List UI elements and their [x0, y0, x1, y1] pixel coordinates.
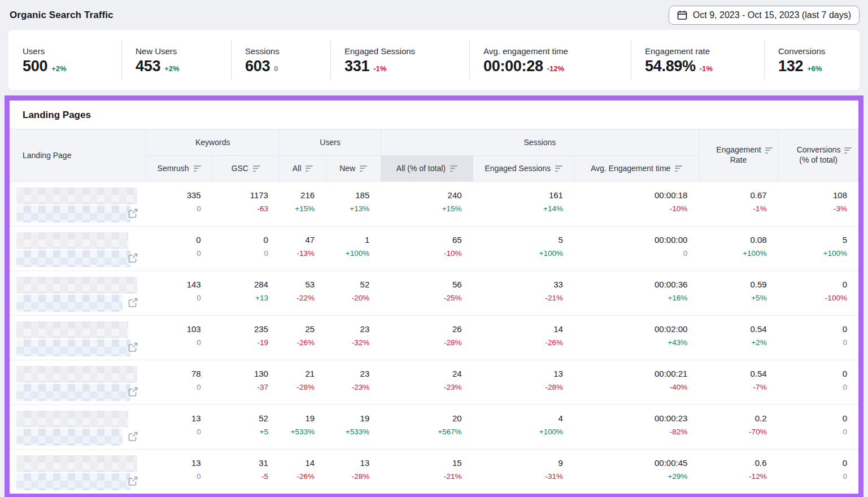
cell-value: 15	[381, 458, 461, 468]
cell-users-all: 25 -26%	[280, 315, 326, 360]
cell-value: 0.2	[699, 413, 766, 424]
semrush-keywords-link[interactable]: 335	[146, 190, 200, 200]
sort-icon[interactable]	[194, 164, 201, 173]
landing-page-cell[interactable]	[10, 226, 146, 271]
cell-avg-engagement-time: 00:00:00 0	[574, 226, 699, 271]
sort-icon[interactable]	[844, 146, 852, 155]
column-header-sessions-all[interactable]: All (% of total)	[381, 155, 473, 181]
gsc-keywords-link[interactable]: 0	[212, 235, 268, 245]
cell-delta: -82%	[574, 428, 687, 437]
cell-value: 33	[473, 280, 563, 290]
cell-delta: -10%	[574, 204, 687, 213]
landing-pages-title: Landing Pages	[10, 101, 858, 129]
external-link-icon[interactable]	[128, 431, 138, 441]
column-header-engagement-rate[interactable]: Engagement Rate	[699, 129, 778, 181]
cell-value: 26	[381, 324, 461, 334]
semrush-keywords-link[interactable]: 143	[146, 280, 200, 290]
sort-icon[interactable]	[253, 164, 260, 173]
cell-users-all: 47 -13%	[280, 226, 326, 271]
group-header-keywords: Keywords	[146, 129, 279, 155]
gsc-keywords-link[interactable]: 284	[212, 280, 268, 290]
cell-engagement-rate: 0.67 -1%	[699, 181, 778, 226]
landing-page-cell[interactable]	[10, 360, 146, 404]
top-bar: Organic Search Traffic Oct 9, 2023 - Oct…	[0, 0, 868, 30]
column-header-users-new[interactable]: New	[326, 155, 381, 181]
cell-engaged-sessions: 161 +14%	[473, 181, 574, 226]
stat-value: 54.89%	[645, 59, 696, 74]
column-header-semrush[interactable]: Semrush	[146, 155, 212, 181]
gsc-keywords-link[interactable]: 52	[212, 413, 268, 424]
sort-icon[interactable]	[450, 164, 457, 173]
cell-delta: -23%	[381, 383, 461, 392]
column-header-gsc[interactable]: GSC	[212, 155, 280, 181]
external-link-icon[interactable]	[128, 253, 138, 263]
landing-page-cell[interactable]	[10, 181, 146, 226]
date-range-picker[interactable]: Oct 9, 2023 - Oct 15, 2023 (last 7 days)	[669, 6, 860, 25]
cell-sessions-all: 24 -23%	[381, 360, 473, 404]
cell-value: 0.67	[699, 190, 766, 200]
cell-value: 14	[280, 458, 315, 468]
external-link-icon[interactable]	[128, 342, 138, 352]
cell-users-new: 19 +533%	[326, 404, 381, 449]
cell-value: 0	[778, 324, 847, 334]
cell-users-new: 185 +13%	[326, 181, 381, 226]
cell-delta: -22%	[280, 294, 315, 303]
semrush-keywords-link[interactable]: 13	[146, 458, 200, 468]
gsc-keywords-link[interactable]: 130	[212, 369, 268, 379]
cell-keywords-gsc: 52 +5	[212, 404, 280, 449]
sort-icon[interactable]	[360, 164, 367, 173]
stat-delta: +6%	[807, 64, 822, 74]
highlight-frame: Landing Pages Landing Page Keywords User…	[5, 95, 863, 497]
sort-icon[interactable]	[675, 164, 682, 173]
cell-delta: -3%	[778, 204, 847, 213]
cell-conversions: 108 -3%	[778, 181, 858, 226]
cell-delta: -28%	[381, 338, 461, 347]
sort-icon[interactable]	[555, 164, 562, 173]
landing-page-blurred-url	[16, 473, 130, 490]
stat-delta: -1%	[373, 64, 386, 74]
cell-delta: 0	[778, 428, 847, 437]
cell-value: 0.08	[699, 235, 766, 245]
cell-delta: +2%	[699, 338, 766, 347]
cell-value: 4	[473, 413, 563, 424]
landing-page-cell[interactable]	[10, 315, 146, 360]
cell-delta: -23%	[326, 383, 369, 392]
external-link-icon[interactable]	[128, 387, 138, 396]
cell-value: 23	[326, 324, 369, 334]
cell-delta: -70%	[699, 428, 766, 437]
sort-icon[interactable]	[306, 164, 313, 173]
external-link-icon[interactable]	[128, 298, 138, 307]
cell-avg-engagement-time: 00:02:00 +43%	[574, 315, 699, 360]
external-link-icon[interactable]	[128, 208, 138, 218]
cell-delta: +533%	[326, 428, 369, 437]
cell-delta: -28%	[326, 472, 369, 481]
cell-engaged-sessions: 13 -28%	[473, 360, 574, 404]
cell-value: 00:00:23	[574, 413, 687, 424]
gsc-keywords-link[interactable]: 1173	[212, 190, 268, 200]
landing-page-cell[interactable]	[10, 271, 146, 315]
gsc-keywords-link[interactable]: 235	[212, 324, 268, 334]
landing-page-cell[interactable]	[10, 404, 146, 449]
gsc-keywords-link[interactable]: 31	[212, 458, 268, 468]
cell-delta: 0	[778, 383, 847, 392]
semrush-keywords-link[interactable]: 78	[146, 369, 200, 379]
column-header-conversions[interactable]: Conversions (% of total)	[778, 129, 858, 181]
stat-delta: 0	[274, 64, 278, 74]
semrush-keywords-link[interactable]: 13	[146, 413, 200, 424]
sort-icon[interactable]	[765, 146, 773, 155]
column-header-users-all[interactable]: All	[280, 155, 326, 181]
semrush-keywords-link[interactable]: 0	[146, 235, 200, 245]
column-header-engaged-sessions[interactable]: Engaged Sessions	[473, 155, 574, 181]
semrush-keywords-link[interactable]: 103	[146, 324, 200, 334]
cell-value: 240	[381, 190, 461, 200]
cell-delta: 0	[146, 472, 200, 481]
cell-keywords-gsc: 130 -37	[212, 360, 280, 404]
landing-page-blurred-url	[16, 295, 123, 312]
landing-page-cell[interactable]	[10, 449, 146, 494]
cell-avg-engagement-time: 00:00:18 -10%	[574, 181, 699, 226]
cell-conversions: 0 0	[778, 449, 858, 494]
external-link-icon[interactable]	[128, 476, 138, 486]
cell-delta: +100%	[778, 249, 847, 258]
cell-delta: 0	[146, 338, 200, 347]
column-header-avg-engagement-time[interactable]: Avg. Engagement time	[574, 155, 699, 181]
